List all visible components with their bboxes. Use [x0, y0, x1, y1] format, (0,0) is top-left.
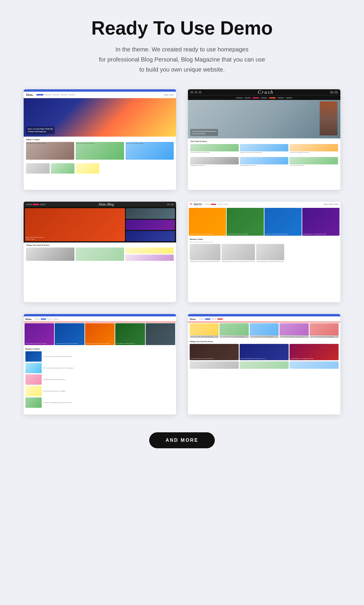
- header-section: Ready To Use Demo In the theme. We creat…: [91, 18, 273, 75]
- subtitle: In the theme. We created ready to use ho…: [91, 44, 273, 75]
- demo-card-3[interactable]: Disto Blog Music Will Be More Attractive…: [24, 202, 176, 302]
- demo-screenshot-6: Disto. Having Fun With DJ And The Best M…: [188, 314, 340, 415]
- demo-card-4[interactable]: M/ DISTO This Is All I Need: [188, 202, 340, 302]
- page-title: Ready To Use Demo: [91, 18, 273, 38]
- demos-grid: Disto. Have A Good Time: [24, 89, 340, 415]
- demo-screenshot-2: Crush: [188, 89, 340, 190]
- and-more-button[interactable]: AND MORE: [149, 432, 214, 448]
- demo-screenshot-3: Disto Blog Music Will Be More Attractive…: [24, 202, 176, 302]
- demo-screenshot-1: Disto. Have A Good Time: [24, 89, 176, 190]
- demo-card-5[interactable]: Disto. Your Job Will Be Perfect If You C…: [24, 314, 176, 415]
- demo-card-1[interactable]: Disto. Have A Good Time: [24, 89, 176, 190]
- demo-screenshot-4: M/ DISTO This Is All I Need: [188, 202, 340, 302]
- demo-card-2[interactable]: Crush: [188, 89, 340, 190]
- demo-screenshot-5: Disto. Your Job Will Be Perfect If You C…: [24, 314, 176, 415]
- demo-card-6[interactable]: Disto. Having Fun With DJ And The Best M…: [188, 314, 340, 415]
